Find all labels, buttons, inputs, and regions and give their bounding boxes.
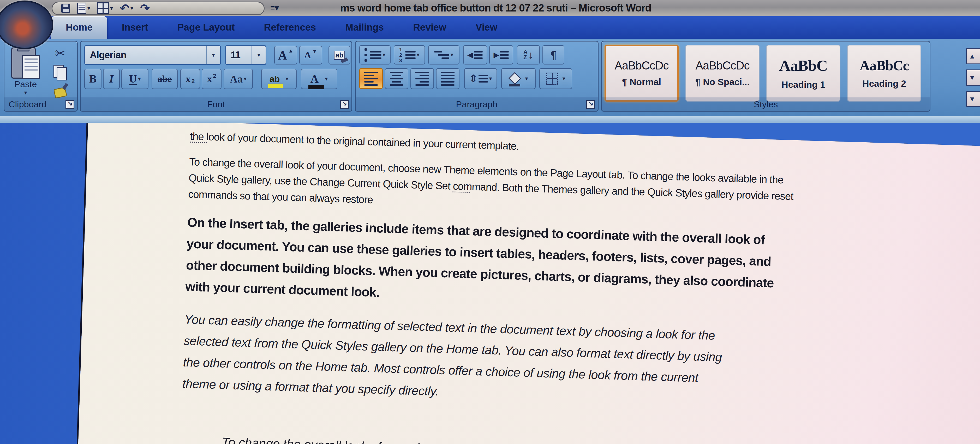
font-name-combo[interactable]: Algerian ▾ [84, 45, 221, 65]
highlight-icon: ab [269, 74, 280, 84]
justify-icon [441, 72, 455, 86]
bullets-button[interactable]: ▾ [359, 45, 391, 64]
show-hide-pilcrow-button[interactable]: ¶ [542, 45, 564, 64]
font-group-label: Font [81, 97, 352, 111]
bold-icon: B [89, 73, 97, 85]
bold-button[interactable]: B [84, 69, 102, 89]
shrink-font-button[interactable]: A▼ [299, 46, 322, 64]
bullets-icon [364, 48, 367, 62]
style-heading-1[interactable]: AaBbC Heading 1 [766, 45, 840, 102]
borders-button[interactable]: ▾ [539, 68, 572, 89]
chevron-down-icon: ▾ [285, 76, 288, 82]
decrease-indent-button[interactable]: ◀ [463, 45, 487, 64]
copy-button[interactable] [49, 64, 71, 81]
grow-font-button[interactable]: A▲ [274, 46, 297, 64]
multilevel-list-button[interactable]: ▾ [428, 45, 460, 64]
print-preview-button[interactable]: ▾ [77, 3, 90, 14]
align-right-button[interactable] [410, 68, 434, 89]
tab-home[interactable]: Home [51, 16, 107, 39]
draw-table-button[interactable]: ▾ [97, 2, 113, 14]
shrink-font-icon: A [304, 50, 311, 61]
ribbon: Paste ▾ ✂ Clipboard Algerian ▾ 11 ▾ A▲ [0, 39, 980, 116]
align-right-icon [415, 72, 429, 86]
chevron-down-icon: ▾ [130, 5, 133, 11]
decrease-indent-icon: ◀ [468, 51, 473, 59]
paragraph-group-label: Paragraph [356, 97, 598, 111]
chevron-down-icon: ▾ [110, 5, 113, 11]
ribbon-bottom-strip [0, 116, 980, 123]
chevron-down-icon: ▾ [24, 90, 27, 96]
chevron-down-icon[interactable]: ▾ [251, 46, 266, 64]
paste-button[interactable]: Paste ▾ [9, 45, 43, 96]
increase-indent-button[interactable]: ▶ [489, 45, 513, 64]
chevron-down-icon: ▾ [417, 52, 420, 58]
document-area: the look of your document to the origina… [0, 123, 980, 444]
clear-formatting-button[interactable]: ab [328, 46, 350, 64]
text-highlight-button[interactable]: ab ▾ [261, 69, 297, 89]
paste-icon [11, 45, 40, 78]
save-button[interactable] [61, 4, 70, 13]
subscript-icon: x [186, 73, 191, 85]
styles-gallery-down-button[interactable]: ▼ [966, 69, 980, 86]
numbering-button[interactable]: 123 ▾ [394, 45, 425, 64]
font-name-value: Algerian [85, 50, 206, 61]
align-left-button[interactable] [359, 68, 383, 89]
shading-button[interactable]: ▾ [501, 68, 536, 89]
line-spacing-button[interactable]: ⇕ ▾ [464, 68, 497, 89]
tab-review[interactable]: Review [398, 16, 461, 39]
tab-references[interactable]: References [250, 16, 331, 39]
superscript-button[interactable]: x 2 [202, 69, 221, 89]
style-normal[interactable]: AaBbCcDc ¶ Normal [605, 45, 679, 102]
ribbon-tab-band: Home Insert Page Layout References Maili… [0, 16, 980, 40]
print-preview-icon [77, 3, 86, 14]
redo-button[interactable]: ↷ [140, 3, 150, 14]
subscript-button[interactable]: x 2 [180, 69, 200, 89]
justify-button[interactable] [436, 68, 460, 89]
clipboard-dialog-launcher[interactable] [65, 100, 74, 109]
borders-icon [546, 73, 558, 85]
chevron-down-icon: ▾ [382, 52, 385, 58]
customize-qat-button[interactable]: ≡▾ [270, 3, 279, 12]
cut-button[interactable]: ✂ [48, 45, 72, 61]
font-group: Algerian ▾ 11 ▾ A▲ A▼ ab B I U [80, 41, 352, 112]
chevron-down-icon: ▾ [325, 76, 328, 82]
paragraph-dialog-launcher[interactable] [586, 100, 595, 109]
multilevel-list-icon [434, 51, 449, 59]
tab-view[interactable]: View [461, 16, 512, 39]
style-no-spacing[interactable]: AaBbCcDc ¶ No Spaci... [686, 45, 759, 102]
word-window: ms word home tab office button dt 12 07 … [0, 0, 980, 444]
font-color-button[interactable]: A ▾ [301, 69, 337, 89]
format-painter-button[interactable] [49, 81, 71, 99]
chevron-down-icon: ▾ [244, 76, 247, 82]
change-case-button[interactable]: Aa ▾ [224, 69, 253, 89]
styles-gallery-more-button[interactable]: ▼ [966, 91, 980, 107]
superscript-icon: x [207, 73, 212, 85]
increase-indent-icon: ▶ [494, 51, 499, 59]
style-heading-2[interactable]: AaBbCc Heading 2 [847, 45, 921, 102]
font-size-combo[interactable]: 11 ▾ [225, 45, 266, 65]
italic-button[interactable]: I [103, 69, 120, 89]
tab-insert[interactable]: Insert [107, 16, 163, 39]
underline-button[interactable]: U ▾ [121, 69, 148, 89]
align-center-button[interactable] [385, 68, 408, 89]
chevron-down-icon[interactable]: ▾ [206, 46, 220, 64]
styles-group: AaBbCcDc ¶ Normal AaBbCcDc ¶ No Spaci...… [601, 41, 931, 112]
tab-page-layout[interactable]: Page Layout [163, 16, 250, 39]
cut-icon: ✂ [55, 46, 65, 60]
strikethrough-button[interactable]: abe [151, 69, 178, 89]
pilcrow-icon: ¶ [550, 48, 557, 62]
font-size-value: 11 [226, 50, 251, 61]
redo-icon: ↷ [140, 3, 150, 14]
sort-button[interactable]: AZ ↓ [517, 45, 540, 64]
undo-button[interactable]: ↶ ▾ [120, 3, 133, 14]
styles-gallery-up-button[interactable]: ▲ [966, 48, 980, 64]
paste-label: Paste [14, 79, 37, 89]
font-dialog-launcher[interactable] [340, 100, 349, 109]
tab-mailings[interactable]: Mailings [331, 16, 398, 39]
clipboard-group: Paste ▾ ✂ Clipboard [4, 41, 78, 112]
line-spacing-icon: ⇕ [469, 73, 488, 85]
document-page[interactable]: the look of your document to the origina… [76, 123, 980, 444]
paragraph-4: You can easily change the formatting of … [182, 309, 980, 419]
paragraph-3: On the Insert tab, the galleries include… [185, 212, 980, 322]
chevron-down-icon: ▾ [88, 5, 90, 11]
